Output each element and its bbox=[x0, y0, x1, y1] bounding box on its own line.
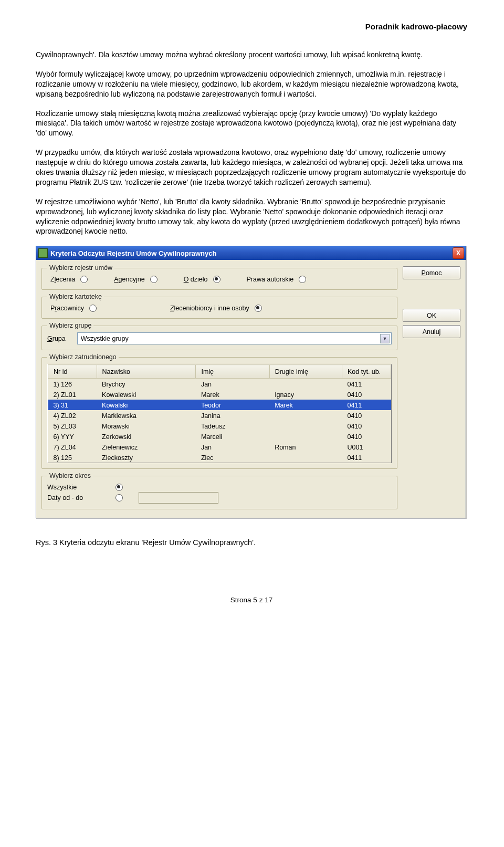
radio-label: Agencyjne bbox=[114, 276, 144, 283]
table-cell: Marceli bbox=[196, 431, 269, 442]
table-cell: 0411 bbox=[342, 379, 391, 390]
okres-option[interactable]: Daty od - do bbox=[47, 492, 392, 504]
table-cell: 5) ZL03 bbox=[48, 421, 97, 431]
radio-icon[interactable] bbox=[213, 276, 220, 283]
table-cell: 0410 bbox=[342, 431, 391, 442]
radio-label: O dzieło bbox=[184, 276, 208, 283]
figure-caption: Rys. 3 Kryteria odczytu ekranu 'Rejestr … bbox=[36, 538, 467, 547]
radio-zlecenia[interactable]: Zlecenia bbox=[50, 276, 88, 283]
radio-label: Zleceniobiorcy i inne osoby bbox=[170, 305, 249, 312]
radio-icon[interactable] bbox=[299, 276, 306, 283]
table-cell: Markiewska bbox=[97, 410, 196, 421]
table-cell bbox=[269, 452, 342, 463]
table-cell: Zlec bbox=[196, 452, 269, 463]
radio-icon[interactable] bbox=[116, 484, 123, 491]
table-cell: Janina bbox=[196, 410, 269, 421]
table-cell: 0410 bbox=[342, 389, 391, 400]
radio-agencyjne[interactable]: Agencyjne bbox=[114, 276, 157, 283]
radio-label: Zlecenia bbox=[50, 276, 75, 283]
table-cell: Jan bbox=[196, 442, 269, 452]
titlebar[interactable]: Kryteria Odczytu Rejestru Umów Cywilnopr… bbox=[36, 246, 466, 260]
table-cell: Tadeusz bbox=[196, 421, 269, 431]
table-cell: 4) ZL02 bbox=[48, 410, 97, 421]
paragraph-3: Rozliczanie umowy stałą miesięczną kwotą… bbox=[36, 109, 467, 139]
table-cell: Zieleniewicz bbox=[97, 442, 196, 452]
table-cell: Zleckoszty bbox=[97, 452, 196, 463]
table-cell: 6) YYY bbox=[48, 431, 97, 442]
table-row[interactable]: 8) 125ZleckosztyZlec0411 bbox=[48, 452, 391, 463]
table-cell: Roman bbox=[269, 442, 342, 452]
table-cell bbox=[269, 421, 342, 431]
fs-rejestr: Wybierz rejestr umów ZleceniaAgencyjneO … bbox=[41, 264, 397, 290]
fs5-rows: WszystkieDaty od - do bbox=[47, 484, 392, 504]
table-cell: Zerkowski bbox=[97, 431, 196, 442]
table-cell: Kowalski bbox=[97, 400, 196, 410]
table-cell: 2) ZL01 bbox=[48, 389, 97, 400]
table-cell: 0411 bbox=[342, 400, 391, 410]
window-title: Kryteria Odczytu Rejestru Umów Cywilnopr… bbox=[50, 249, 453, 257]
table-body: 1) 126BrychcyJan04112) ZL01KowalewskiMar… bbox=[48, 379, 391, 463]
radio-label: Prawa autorskie bbox=[247, 276, 294, 283]
paragraph-2: Wybór formuły wyliczającej kwotę umowy, … bbox=[36, 69, 467, 99]
table-cell: Kowalewski bbox=[97, 389, 196, 400]
table-row[interactable]: 7) ZL04ZieleniewiczJanRomanU001 bbox=[48, 442, 391, 452]
table-row[interactable]: 4) ZL02MarkiewskaJanina0410 bbox=[48, 410, 391, 421]
radio-o-dzieło[interactable]: O dzieło bbox=[184, 276, 220, 283]
table-row[interactable]: 1) 126BrychcyJan0411 bbox=[48, 379, 391, 390]
fs2-radio-row: PracownicyZleceniobiorcy i inne osoby bbox=[47, 304, 392, 313]
table-header[interactable]: Imię bbox=[196, 365, 269, 379]
grupa-label: Grupa bbox=[47, 335, 66, 342]
radio-icon[interactable] bbox=[255, 305, 262, 312]
fs1-radio-row: ZleceniaAgencyjneO dziełoPrawa autorskie bbox=[47, 275, 392, 284]
fs-zatrudniony: Wybierz zatrudnionego Nr idNazwiskoImięD… bbox=[41, 353, 397, 469]
table-cell: Marek bbox=[269, 400, 342, 410]
table-row[interactable]: 2) ZL01KowalewskiMarekIgnacy0410 bbox=[48, 389, 391, 400]
help-button[interactable]: Pomoc bbox=[403, 266, 460, 279]
table-header[interactable]: Nazwisko bbox=[97, 365, 196, 379]
radio-icon[interactable] bbox=[116, 494, 123, 501]
table-cell: Jan bbox=[196, 379, 269, 390]
table-cell: Teodor bbox=[196, 400, 269, 410]
fs-okres-legend: Wybierz okres bbox=[47, 472, 93, 479]
fs-grupa-legend: Wybierz grupę bbox=[47, 322, 93, 329]
table-cell: 1) 126 bbox=[48, 379, 97, 390]
radio-icon[interactable] bbox=[80, 276, 88, 283]
employees-table[interactable]: Nr idNazwiskoImięDrugie imięKod tyt. ub.… bbox=[48, 364, 391, 463]
okres-label: Wszystkie bbox=[47, 484, 100, 491]
cancel-button[interactable]: Anuluj bbox=[403, 325, 460, 338]
grupa-value: Wszystkie grupy bbox=[81, 335, 129, 342]
table-cell: Marek bbox=[196, 389, 269, 400]
chevron-down-icon[interactable]: ▼ bbox=[380, 334, 390, 343]
body-text: Cywilnoprawnych'. Dla kosztów umowy możn… bbox=[36, 50, 467, 236]
table-header[interactable]: Nr id bbox=[48, 365, 97, 379]
fs-kartoteka-legend: Wybierz kartotekę bbox=[47, 293, 104, 300]
okres-option[interactable]: Wszystkie bbox=[47, 484, 392, 491]
table-row[interactable]: 3) 31KowalskiTeodorMarek0411 bbox=[48, 400, 391, 410]
table-cell: 7) ZL04 bbox=[48, 442, 97, 452]
table-cell: U001 bbox=[342, 442, 391, 452]
table-header-row: Nr idNazwiskoImięDrugie imięKod tyt. ub. bbox=[48, 365, 391, 379]
table-header[interactable]: Drugie imię bbox=[269, 365, 342, 379]
table-row[interactable]: 5) ZL03MorawskiTadeusz0410 bbox=[48, 421, 391, 431]
criteria-dialog: Kryteria Odczytu Rejestru Umów Cywilnopr… bbox=[36, 246, 466, 518]
table-header[interactable]: Kod tyt. ub. bbox=[342, 365, 391, 379]
table-cell: 8) 125 bbox=[48, 452, 97, 463]
grupa-combo[interactable]: Wszystkie grupy ▼ bbox=[77, 332, 392, 344]
radio-icon[interactable] bbox=[150, 276, 158, 283]
table-row[interactable]: 6) YYYZerkowskiMarceli0410 bbox=[48, 431, 391, 442]
table-cell: 3) 31 bbox=[48, 400, 97, 410]
date-range-input[interactable] bbox=[139, 492, 218, 504]
radio-prawa-autorskie[interactable]: Prawa autorskie bbox=[247, 276, 307, 283]
fs-zatrudniony-legend: Wybierz zatrudnionego bbox=[47, 353, 119, 361]
okres-label: Daty od - do bbox=[47, 494, 100, 501]
ok-button[interactable]: OK bbox=[403, 309, 460, 322]
table-cell bbox=[269, 431, 342, 442]
table-cell: 0410 bbox=[342, 410, 391, 421]
close-icon[interactable]: X bbox=[453, 247, 464, 259]
radio-zleceniobiorcy[interactable]: Zleceniobiorcy i inne osoby bbox=[170, 305, 262, 312]
radio-pracownicy[interactable]: Pracownicy bbox=[50, 305, 97, 312]
table-cell: 0411 bbox=[342, 452, 391, 463]
table-cell: Ignacy bbox=[269, 389, 342, 400]
radio-icon[interactable] bbox=[89, 305, 97, 312]
paragraph-1: Cywilnoprawnych'. Dla kosztów umowy możn… bbox=[36, 50, 467, 60]
